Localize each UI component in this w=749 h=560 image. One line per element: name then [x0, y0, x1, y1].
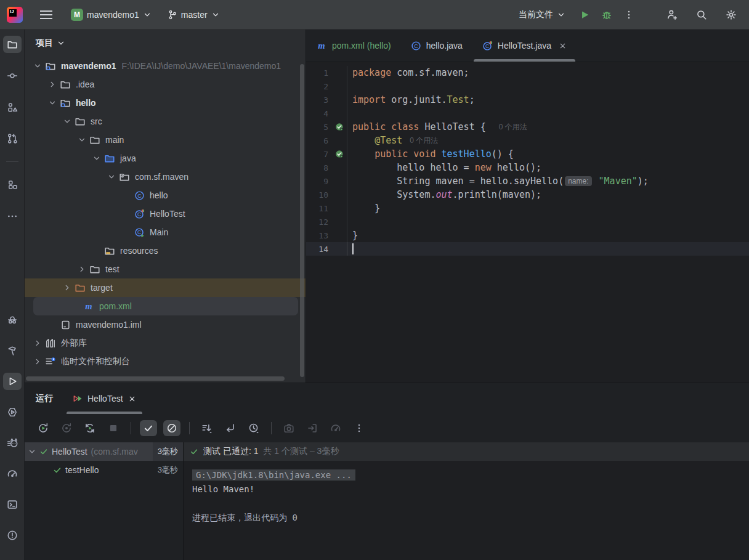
chevron-down-icon[interactable]	[46, 99, 59, 107]
code-line-9[interactable]: 9 String maven = hello.sayHello(name: "M…	[306, 174, 749, 188]
code-line-3[interactable]: 3import org.junit.Test;	[306, 93, 749, 107]
chevron-right-icon[interactable]	[31, 357, 44, 366]
search-everywhere-button[interactable]	[692, 6, 711, 24]
toggle-auto-test-button[interactable]	[81, 420, 99, 436]
tree-row-hellotest[interactable]: CHelloTest	[25, 205, 306, 223]
editor-tab-hello-java[interactable]: Chello.java	[401, 30, 472, 62]
rerun-tests-button[interactable]	[34, 420, 52, 436]
tree-item-label: test	[105, 264, 119, 274]
chevron-right-icon[interactable]	[31, 339, 44, 347]
tree-row-hello[interactable]: hello	[25, 94, 306, 112]
tree-row-src[interactable]: src	[25, 112, 306, 131]
problems-tool-button[interactable]	[3, 527, 22, 544]
code-line-12[interactable]: 12	[306, 215, 749, 229]
test-row-hellotest[interactable]: HelloTest(com.sf.mav3毫秒	[25, 442, 183, 461]
code-with-me-button[interactable]	[663, 6, 681, 24]
privacy-tool-button[interactable]	[3, 311, 22, 328]
settings-button[interactable]	[722, 6, 740, 24]
chevron-down-icon[interactable]	[60, 117, 74, 126]
profiler-tool-button[interactable]	[3, 465, 22, 482]
tree-row--idea[interactable]: .idea	[25, 75, 306, 94]
code-line-5[interactable]: 5public class HelloTest { 0 个用法	[306, 120, 749, 134]
commit-tool-button[interactable]	[3, 67, 22, 84]
toolbar-separator	[271, 422, 272, 434]
tree-row--[interactable]: 外部库	[25, 334, 306, 352]
code-line-1[interactable]: 1package com.sf.maven;	[306, 66, 749, 79]
run-test-gutter-icon[interactable]	[332, 123, 347, 132]
build-tool-button[interactable]	[3, 342, 22, 359]
tree-row-mavendemo1[interactable]: mavendemo1F:\IDEA\IJ\demo\JAVAEE\1\maven…	[25, 57, 306, 75]
show-ignored-toggle[interactable]	[163, 420, 180, 436]
tree-row-pom-xml[interactable]: mpom.xml	[33, 297, 298, 315]
services-tool-button[interactable]	[3, 404, 22, 421]
tree-row-mavendemo1-iml[interactable]: mavendemo1.iml	[25, 315, 306, 334]
editor-tab-label: HelloTest.java	[498, 41, 551, 51]
code-line-7[interactable]: 7 public void testHello() {	[306, 147, 749, 161]
project-tool-button[interactable]	[3, 36, 22, 53]
show-passed-toggle[interactable]	[140, 420, 157, 436]
run-tab-hellotest[interactable]: HelloTest	[64, 383, 145, 414]
project-vertical-scrollbar[interactable]	[300, 64, 304, 377]
code-line-4[interactable]: 4	[306, 107, 749, 120]
speed-cat-tool-button[interactable]	[3, 434, 22, 452]
chevron-down-icon[interactable]	[31, 62, 44, 70]
code-line-13[interactable]: 13}	[306, 229, 749, 242]
run-test-gutter-icon[interactable]	[332, 150, 347, 159]
run-button[interactable]	[575, 6, 594, 24]
project-widget[interactable]: M mavendemo1	[66, 6, 156, 24]
tree-row-main[interactable]: CMain	[25, 223, 306, 241]
code-line-10[interactable]: 10 System.out.println(maven);	[306, 188, 749, 201]
code-segment: String maven = hello.sayHello(	[352, 176, 564, 187]
chevron-right-icon[interactable]	[60, 283, 74, 292]
code-line-14[interactable]: 14	[306, 242, 749, 256]
dependencies-tool-button[interactable]	[3, 176, 22, 193]
tree-row-hello[interactable]: Chello	[25, 186, 306, 205]
editor-tab-pom-xml-hello-[interactable]: mpom.xml (hello)	[306, 30, 401, 62]
chevron-down-icon[interactable]	[57, 39, 65, 47]
code-line-2[interactable]: 2	[306, 79, 749, 93]
tree-row-target[interactable]: target	[25, 278, 306, 297]
code-line-11[interactable]: 11 }	[306, 201, 749, 215]
tree-row-test[interactable]: test	[25, 260, 306, 278]
run-configuration-selector[interactable]: 当前文件	[514, 6, 570, 23]
code-line-8[interactable]: 8 hello hello = new hello();	[306, 161, 749, 174]
chevron-down-icon[interactable]	[90, 154, 103, 163]
check-icon	[143, 423, 154, 434]
navigate-to-test-button[interactable]	[222, 420, 239, 436]
chevron-down-icon[interactable]	[75, 136, 89, 144]
tree-row-resources[interactable]: resources	[25, 241, 306, 260]
more-actions-button[interactable]	[350, 420, 368, 436]
debug-button[interactable]	[597, 6, 616, 24]
close-icon[interactable]	[128, 395, 136, 403]
editor-tab-hellotest-java[interactable]: CHelloTest.java	[472, 30, 577, 62]
tree-row-main[interactable]: main	[25, 131, 306, 149]
sort-tests-button[interactable]	[198, 420, 216, 436]
console-output[interactable]: G:\JDK\jdk1.8\bin\java.exe ...Hello Mave…	[184, 461, 749, 525]
main-menu-button[interactable]	[40, 10, 52, 19]
tree-item-label: mavendemo1	[61, 61, 116, 71]
chevron-down-icon[interactable]	[25, 447, 39, 456]
run-tool-window: 运行 HelloTest HelloTest(com.sf.mav3毫秒test…	[25, 383, 749, 560]
pull-requests-tool-button[interactable]	[3, 130, 22, 147]
code-editor[interactable]: 1package com.sf.maven;23import org.junit…	[306, 62, 749, 256]
more-tools-button[interactable]	[3, 208, 22, 225]
tree-row--[interactable]: 临时文件和控制台	[25, 352, 306, 371]
chevron-right-icon[interactable]	[46, 80, 59, 89]
test-status-sub: 共 1 个测试 – 3毫秒	[263, 446, 339, 457]
chevron-right-icon[interactable]	[75, 265, 89, 274]
sort-by-duration-button[interactable]	[245, 420, 262, 436]
code-line-6[interactable]: 6 @Test0 个用法	[306, 134, 749, 147]
test-row-testhello[interactable]: testHello3毫秒	[25, 461, 183, 479]
structure-tool-button[interactable]	[3, 99, 22, 116]
tree-row-java[interactable]: java	[25, 149, 306, 168]
line-number: 1	[306, 68, 332, 78]
tree-row-com-sf-maven[interactable]: com.sf.maven	[25, 168, 306, 186]
run-tool-button[interactable]	[3, 373, 22, 390]
rerun-failed-tests-button	[58, 420, 75, 436]
terminal-tool-button[interactable]	[3, 496, 22, 513]
project-horizontal-scrollbar[interactable]	[26, 376, 285, 381]
close-icon[interactable]	[559, 42, 567, 50]
chevron-down-icon[interactable]	[105, 172, 118, 181]
vcs-branch-widget[interactable]: master	[163, 7, 225, 23]
more-run-actions-button[interactable]	[620, 6, 638, 24]
